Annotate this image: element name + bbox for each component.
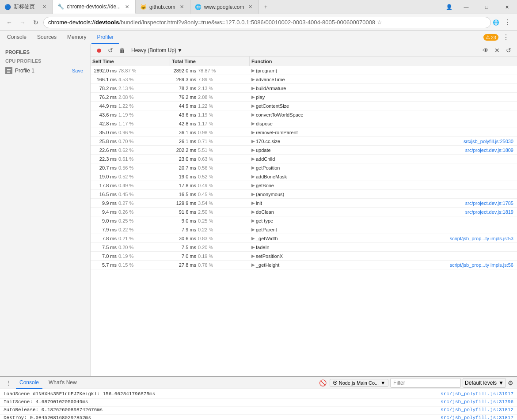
svg-rect-3 bbox=[7, 72, 10, 73]
table-row[interactable]: 25.8 ms 0.70 % 26.1 ms 0.71 % ▶ 170.cc.s… bbox=[91, 137, 517, 146]
console-source-link[interactable]: src/jsb_polyfill.js:31917 bbox=[437, 391, 513, 397]
tab-close-new[interactable]: ✕ bbox=[41, 3, 48, 11]
tab-memory[interactable]: Memory bbox=[62, 31, 91, 44]
console-source-link[interactable]: src/jsb_polyfill.js:31812 bbox=[437, 407, 513, 412]
table-row[interactable]: 17.8 ms 0.49 % 17.8 ms 0.49 % ▶ getBone bbox=[91, 181, 517, 190]
table-row[interactable]: 9.0 ms 0.25 % 9.0 ms 0.25 % ▶ get type bbox=[91, 216, 517, 225]
source-link[interactable]: src/project.dev.js:1809 bbox=[465, 148, 515, 153]
table-row[interactable]: 5.7 ms 0.15 % 27.8 ms 0.76 % ▶ _getHeigh… bbox=[91, 261, 517, 269]
refresh-button[interactable]: ↺ bbox=[106, 45, 115, 55]
bottom-toolbar: ⋮ Console What's New 🚫 ⦿ Node.js Main Co… bbox=[0, 377, 517, 389]
user-avatar[interactable]: 👤 bbox=[442, 0, 456, 14]
close-button[interactable]: ✕ bbox=[497, 0, 517, 14]
tab-profiler[interactable]: Profiler bbox=[91, 31, 119, 44]
table-row[interactable]: 19.0 ms 0.52 % 19.0 ms 0.52 % ▶ addBoneM… bbox=[91, 172, 517, 181]
table-row[interactable]: 7.0 ms 0.19 % 7.0 ms 0.19 % ▶ setPositio… bbox=[91, 252, 517, 261]
cell-total-time: 30.6 ms 0.83 % bbox=[170, 236, 250, 241]
table-row[interactable]: 43.6 ms 1.19 % 43.6 ms 1.19 % ▶ convertT… bbox=[91, 110, 517, 119]
table-row[interactable]: 7.5 ms 0.20 % 7.5 ms 0.20 % ▶ fadeIn bbox=[91, 243, 517, 252]
cell-total-time: 9.0 ms 0.25 % bbox=[170, 218, 250, 223]
bottom-tab-whats-new[interactable]: What's New bbox=[45, 377, 80, 389]
tab-icon-devtools: 🔧 bbox=[57, 4, 64, 10]
chrome-menu-button[interactable]: ⋮ bbox=[502, 17, 513, 28]
profile-1-item[interactable]: Profile 1 Save bbox=[0, 65, 90, 76]
tab-close-google[interactable]: ✕ bbox=[247, 3, 254, 11]
warning-badge[interactable]: ⚠ 23 bbox=[483, 34, 498, 41]
cell-total-time: 78.2 ms 2.13 % bbox=[170, 86, 250, 91]
cell-self-time: 7.5 ms 0.20 % bbox=[91, 245, 170, 250]
profiles-sidebar: Profiles CPU PROFILES Profile 1 Save bbox=[0, 44, 91, 376]
context-selector[interactable]: ⦿ Node.js Main Co... ▼ bbox=[330, 379, 388, 387]
cell-function: ▶ buildArmature bbox=[250, 86, 517, 91]
tab-close-devtools[interactable]: ✕ bbox=[123, 3, 131, 11]
record-button[interactable]: ⏺ bbox=[94, 45, 104, 55]
maximize-button[interactable]: □ bbox=[476, 0, 497, 14]
cell-self-time: 166.1 ms 4.53 % bbox=[91, 77, 170, 82]
source-link[interactable]: src/jsb_polyfill.js:25030 bbox=[464, 139, 515, 144]
back-button[interactable]: ← bbox=[4, 17, 15, 28]
close-profile-button[interactable]: ✕ bbox=[492, 45, 502, 55]
console-clear-button[interactable]: 🚫 bbox=[318, 378, 328, 388]
forward-button[interactable]: → bbox=[17, 17, 28, 28]
table-row[interactable]: 42.8 ms 1.17 % 42.8 ms 1.17 % ▶ dispose bbox=[91, 119, 517, 128]
eye-icon[interactable]: 👁 bbox=[481, 45, 490, 55]
source-link[interactable]: script/jsb_prop...ty impls.js:53 bbox=[450, 236, 515, 241]
cell-function: ▶ update src/project.dev.js:1809 bbox=[250, 148, 517, 153]
bookmark-star-icon[interactable]: ☆ bbox=[377, 19, 382, 26]
extension-icon[interactable]: 🌐 bbox=[493, 19, 499, 26]
view-mode-dropdown[interactable]: Heavy (Bottom Up) ▼ bbox=[129, 46, 185, 54]
console-source-link[interactable]: src/jsb_polyfill.js:31817 bbox=[437, 415, 513, 420]
tab-github[interactable]: 🐱 github.com ✕ bbox=[136, 0, 190, 14]
table-row[interactable]: 78.2 ms 2.13 % 78.2 ms 2.13 % ▶ buildArm… bbox=[91, 84, 517, 93]
table-row[interactable]: 2892.0 ms 78.87 % 2892.0 ms 78.87 % ▶ (p… bbox=[91, 66, 517, 75]
table-row[interactable]: 22.3 ms 0.61 % 23.0 ms 0.63 % ▶ addChild bbox=[91, 155, 517, 163]
console-source-link[interactable]: src/jsb_polyfill.js:31796 bbox=[437, 399, 513, 405]
table-row[interactable]: 20.7 ms 0.56 % 20.7 ms 0.56 % ▶ getPosit… bbox=[91, 163, 517, 172]
window-controls: 👤 — □ ✕ bbox=[442, 0, 517, 14]
cell-function: ▶ getContentSize bbox=[250, 103, 517, 109]
cell-total-time: 91.6 ms 2.50 % bbox=[170, 209, 250, 215]
tab-icon-google: 🌐 bbox=[195, 4, 201, 10]
console-line: InitScene: 4.6879010205004​9ms src/jsb_p… bbox=[0, 399, 517, 407]
console-filter-input[interactable] bbox=[390, 378, 461, 388]
source-link[interactable]: src/project.dev.js:1819 bbox=[465, 209, 515, 215]
table-row[interactable]: 9.9 ms 0.27 % 129.9 ms 3.54 % ▶ init src… bbox=[91, 199, 517, 208]
tab-close-github[interactable]: ✕ bbox=[178, 3, 186, 11]
devtools-menu-button[interactable]: ⋮ bbox=[500, 32, 512, 43]
cell-total-time: 7.0 ms 0.19 % bbox=[170, 254, 250, 259]
save-button[interactable]: Save bbox=[70, 67, 85, 74]
reload-button[interactable]: ↻ bbox=[30, 17, 42, 28]
url-bar[interactable]: chrome-devtools:// devtools /bundled/ins… bbox=[43, 17, 491, 28]
new-tab-button[interactable]: + bbox=[259, 0, 272, 14]
bottom-menu-icon[interactable]: ⋮ bbox=[4, 378, 13, 388]
tab-new[interactable]: 🔵 新标签页 ✕ bbox=[0, 0, 53, 14]
reload-profile-button[interactable]: ↺ bbox=[504, 45, 513, 55]
table-row[interactable]: 7.9 ms 0.22 % 7.9 ms 0.22 % ▶ getParent bbox=[91, 225, 517, 234]
source-link[interactable]: src/project.dev.js:1785 bbox=[465, 201, 515, 206]
tab-sources[interactable]: Sources bbox=[32, 31, 62, 44]
console-text: LoadScene d1NHXHs35F1rbFJZKeigkl: 156.66… bbox=[4, 391, 437, 397]
log-levels-dropdown[interactable]: Default levels ▼ bbox=[463, 378, 506, 388]
table-row[interactable]: 76.2 ms 2.08 % 76.2 ms 2.08 % ▶ play bbox=[91, 93, 517, 102]
cell-total-time: 20.7 ms 0.56 % bbox=[170, 165, 250, 170]
tab-label-github: github.com bbox=[149, 4, 175, 10]
tab-console[interactable]: Console bbox=[2, 31, 32, 44]
table-row[interactable]: 9.4 ms 0.26 % 91.6 ms 2.50 % ▶ doClean s… bbox=[91, 208, 517, 216]
table-row[interactable]: 7.8 ms 0.21 % 30.6 ms 0.83 % ▶ _getWidth… bbox=[91, 234, 517, 243]
minimize-button[interactable]: — bbox=[456, 0, 476, 14]
svg-rect-1 bbox=[7, 69, 11, 70]
delete-button[interactable]: 🗑 bbox=[117, 45, 127, 55]
cell-total-time: 7.5 ms 0.20 % bbox=[170, 245, 250, 250]
table-row[interactable]: 22.6 ms 0.62 % 202.2 ms 5.51 % ▶ update … bbox=[91, 146, 517, 155]
source-link[interactable]: script/jsb_prop...ty impls.js:56 bbox=[450, 262, 515, 268]
table-row[interactable]: 16.5 ms 0.45 % 16.5 ms 0.45 % ▶ (anonymo… bbox=[91, 190, 517, 199]
table-row[interactable]: 35.0 ms 0.96 % 36.1 ms 0.98 % ▶ removeFr… bbox=[91, 128, 517, 137]
tab-devtools[interactable]: 🔧 chrome-devtools://de... ✕ bbox=[53, 0, 136, 14]
table-row[interactable]: 166.1 ms 4.53 % 289.3 ms 7.89 % ▶ advanc… bbox=[91, 75, 517, 84]
bottom-tab-console[interactable]: Console bbox=[16, 377, 42, 389]
console-settings-icon[interactable]: ⚙ bbox=[508, 379, 513, 386]
table-row[interactable]: 44.9 ms 1.22 % 44.9 ms 1.22 % ▶ getConte… bbox=[91, 102, 517, 110]
cell-function: ▶ (program) bbox=[250, 68, 517, 73]
tab-google[interactable]: 🌐 www.google.com ✕ bbox=[190, 0, 259, 14]
tab-icon-new: 🔵 bbox=[4, 4, 11, 10]
